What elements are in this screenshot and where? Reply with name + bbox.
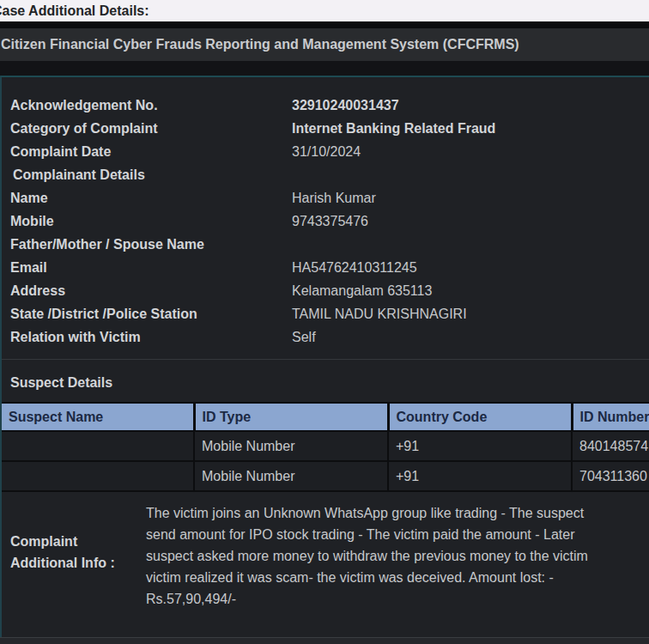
complainant-details-heading: Complainant Details [10, 163, 649, 186]
field-label: Complaint Date [10, 140, 292, 163]
cell-id-number: 704311360 [572, 461, 649, 491]
section-heading: Complainant Details [10, 163, 292, 186]
field-value: 31/10/2024 [292, 140, 361, 163]
label-line-2: Additional Info : [10, 552, 146, 574]
cell-country-code: +91 [388, 461, 572, 491]
field-value: 32910240031437 [292, 94, 399, 117]
detail-row-relation-with-victim: Relation with Victim Self [10, 325, 649, 349]
field-label: Mobile [10, 210, 292, 233]
field-label: State /District /Police Station [10, 302, 292, 325]
system-header-title: Citizen Financial Cyber Frauds Reporting… [0, 28, 519, 61]
cell-id-type: Mobile Number [194, 461, 388, 491]
case-details-screen: Case Additional Details: Citizen Financi… [0, 0, 649, 644]
field-label: Address [10, 279, 292, 302]
table-row: Mobile Number +91 840148574 [2, 431, 649, 461]
field-value: Self [292, 325, 316, 349]
field-value: HA54762410311245 [292, 256, 417, 279]
cell-suspect-name [2, 431, 194, 461]
system-header-bar: Citizen Financial Cyber Frauds Reporting… [0, 28, 649, 61]
field-value: Internet Banking Related Fraud [292, 117, 495, 140]
field-label: Father/Mother / Spouse Name [10, 233, 292, 256]
detail-row-acknowledgement-no: Acknowledgement No. 32910240031437 [10, 94, 649, 117]
complaint-additional-info-label: Complaint Additional Info : [2, 502, 146, 610]
divider [0, 61, 649, 76]
field-label: Acknowledgement No. [10, 94, 292, 117]
complaint-text-line: send amount for IPO stock trading - The … [146, 524, 588, 545]
bottom-bar [0, 637, 649, 644]
case-details-panel: Acknowledgement No. 32910240031437 Categ… [0, 76, 649, 642]
page-title-bar: Case Additional Details: [0, 0, 649, 21]
table-row: Mobile Number +91 704311360 [2, 461, 649, 491]
column-header-suspect-name: Suspect Name [2, 403, 194, 431]
suspect-details-table: Suspect Name ID Type Country Code ID Num… [2, 402, 649, 492]
complaint-text-line: Rs.57,90,494/- [146, 588, 588, 610]
divider [0, 21, 649, 28]
field-label: Email [10, 256, 292, 279]
field-label: Relation with Victim [10, 325, 292, 349]
column-header-id-number: ID Number [572, 403, 649, 431]
field-value: Kelamangalam 635113 [292, 279, 432, 302]
complaint-text-line: victim realized it was scam- the victim … [146, 567, 588, 588]
label-line-1: Complaint [10, 531, 146, 552]
field-value: Harish Kumar [292, 186, 376, 210]
column-header-country-code: Country Code [388, 403, 572, 431]
page-title: Case Additional Details: [0, 0, 149, 21]
field-label: Category of Complaint [10, 117, 292, 140]
field-value: TAMIL NADU KRISHNAGIRI [292, 302, 467, 325]
cell-suspect-name [2, 461, 194, 491]
detail-row-name: Name Harish Kumar [10, 186, 649, 210]
suspect-details-heading: Suspect Details [2, 360, 649, 391]
cell-id-type: Mobile Number [194, 431, 388, 461]
detail-row-mobile: Mobile 9743375476 [10, 210, 649, 233]
table-header-row: Suspect Name ID Type Country Code ID Num… [2, 403, 649, 431]
cell-country-code: +91 [388, 431, 572, 461]
cell-id-number: 840148574 [572, 431, 649, 461]
detail-row-email: Email HA54762410311245 [10, 256, 649, 279]
detail-row-complaint-date: Complaint Date 31/10/2024 [10, 140, 649, 163]
field-label: Name [10, 186, 292, 210]
field-value: 9743375476 [292, 210, 368, 233]
complaint-additional-info-section: Complaint Additional Info : The victim j… [2, 502, 649, 610]
complaint-additional-info-text: The victim joins an Unknown WhatsApp gro… [146, 502, 588, 610]
detail-row-father-mother-spouse: Father/Mother / Spouse Name [10, 233, 649, 256]
column-header-id-type: ID Type [194, 403, 388, 431]
detail-row-category: Category of Complaint Internet Banking R… [10, 117, 649, 140]
complaint-text-line: suspect asked more money to withdraw the… [146, 545, 588, 567]
complaint-text-line: The victim joins an Unknown WhatsApp gro… [146, 502, 588, 524]
complainant-details-section: Acknowledgement No. 32910240031437 Categ… [2, 77, 649, 349]
detail-row-state-district-ps: State /District /Police Station TAMIL NA… [10, 302, 649, 325]
detail-row-address: Address Kelamangalam 635113 [10, 279, 649, 302]
